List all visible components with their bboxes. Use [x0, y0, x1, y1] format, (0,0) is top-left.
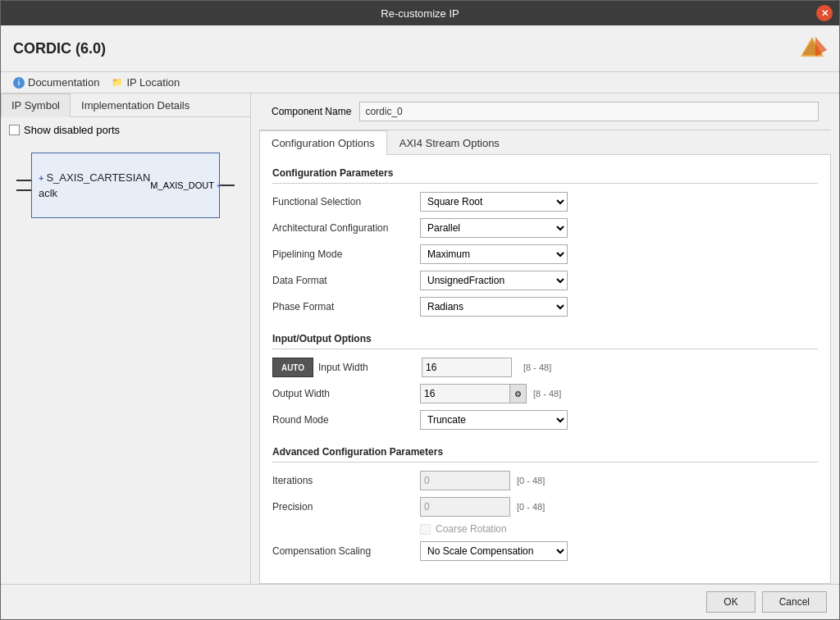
info-icon: i [13, 77, 25, 89]
tab-config-options[interactable]: Configuration Options [259, 130, 387, 155]
port-aclk: aclk [39, 187, 150, 199]
data-format-label: Data Format [272, 275, 420, 286]
round-mode-label: Round Mode [272, 414, 420, 426]
output-width-input[interactable] [420, 384, 510, 403]
coarse-rotation-checkbox[interactable] [420, 524, 431, 535]
compensation-scaling-row: Compensation Scaling No Scale Compensati… [272, 541, 818, 561]
round-mode-row: Round Mode Truncate Round [272, 410, 818, 430]
input-width-input[interactable] [422, 358, 512, 377]
io-options-section: Input/Output Options AUTO Input Width [8… [272, 333, 818, 430]
left-panel: IP Symbol Implementation Details Show di… [1, 93, 251, 584]
round-mode-dropdown[interactable]: Truncate Round [420, 410, 568, 430]
show-disabled-row: Show disabled ports [9, 124, 242, 136]
advanced-section: Advanced Configuration Parameters Iterat… [272, 446, 818, 561]
ip-block-left: + S_AXIS_CARTESIAN aclk [39, 171, 150, 199]
coarse-rotation-row: Coarse Rotation [420, 523, 818, 535]
functional-selection-row: Functional Selection Square Root Sin/Cos… [272, 192, 818, 212]
right-panel: Component Name Configuration Options AXI… [251, 93, 839, 584]
config-params-title: Configuration Parameters [272, 167, 818, 184]
architectural-config-row: Architectural Configuration Parallel Wor… [272, 218, 818, 238]
component-name-row: Component Name [259, 93, 831, 130]
tab-implementation-details[interactable]: Implementation Details [71, 93, 200, 116]
precision-range: [0 - 48] [517, 502, 545, 512]
pipelining-mode-dropdown[interactable]: Maximum Optimal No Pipelining [420, 244, 568, 264]
ip-block: + S_AXIS_CARTESIAN aclk M_AXIS_DOUT + [31, 153, 220, 218]
advanced-title: Advanced Configuration Parameters [272, 446, 818, 463]
titlebar: Re-customize IP ✕ [1, 1, 839, 25]
functional-selection-label: Functional Selection [272, 196, 420, 207]
documentation-label: Documentation [28, 76, 99, 89]
documentation-button[interactable]: i Documentation [13, 76, 99, 89]
tab-axi4-stream[interactable]: AXI4 Stream Options [387, 130, 512, 155]
pipelining-mode-label: Pipelining Mode [272, 248, 420, 260]
data-format-dropdown[interactable]: UnsignedFraction SignedFraction [420, 271, 568, 290]
main-content: IP Symbol Implementation Details Show di… [1, 93, 839, 584]
port-m-axis: M_AXIS_DOUT [150, 180, 214, 190]
output-width-control: ⚙ [420, 384, 527, 403]
location-icon: 📁 [112, 77, 123, 88]
phase-format-dropdown[interactable]: Radians Scaled Radians [420, 297, 568, 317]
tab-ip-symbol[interactable]: IP Symbol [1, 93, 71, 117]
ip-location-label: IP Location [126, 76, 180, 89]
auto-button[interactable]: AUTO [272, 358, 313, 377]
output-width-gear[interactable]: ⚙ [510, 384, 527, 403]
input-width-label: Input Width [318, 362, 417, 373]
precision-input[interactable] [420, 497, 510, 517]
ip-symbol-diagram: + S_AXIS_CARTESIAN aclk M_AXIS_DOUT + [9, 153, 242, 218]
dialog: Re-customize IP ✕ CORDIC (6.0) i Documen… [0, 0, 840, 620]
show-disabled-checkbox[interactable] [9, 125, 20, 135]
compensation-scaling-label: Compensation Scaling [272, 545, 420, 557]
phase-format-label: Phase Format [272, 301, 420, 312]
output-width-row: Output Width ⚙ [8 - 48] [272, 384, 818, 403]
port-s-axis: + S_AXIS_CARTESIAN [39, 171, 150, 184]
coarse-rotation-label: Coarse Rotation [436, 523, 507, 535]
config-tabs-row: Configuration Options AXI4 Stream Option… [259, 130, 831, 154]
dialog-title: Re-customize IP [381, 7, 459, 20]
show-disabled-label: Show disabled ports [24, 124, 120, 136]
ip-location-button[interactable]: 📁 IP Location [112, 76, 180, 89]
precision-label: Precision [272, 501, 420, 513]
precision-row: Precision [0 - 48] [272, 497, 818, 517]
app-header: CORDIC (6.0) [1, 25, 839, 72]
app-logo-icon [797, 34, 827, 63]
iterations-input[interactable] [420, 471, 510, 490]
component-name-label: Component Name [272, 106, 351, 117]
input-width-range: [8 - 48] [523, 362, 551, 372]
right-inner: Component Name Configuration Options AXI… [251, 93, 839, 584]
iterations-row: Iterations [0 - 48] [272, 471, 818, 490]
iterations-label: Iterations [272, 475, 420, 486]
left-panel-tabs: IP Symbol Implementation Details [1, 93, 250, 117]
footer: OK Cancel [1, 584, 839, 619]
data-format-row: Data Format UnsignedFraction SignedFract… [272, 271, 818, 290]
functional-selection-dropdown[interactable]: Square Root Sin/Cos Translate [420, 192, 568, 212]
output-width-range: [8 - 48] [533, 389, 561, 399]
cancel-button[interactable]: Cancel [762, 591, 827, 613]
ok-button[interactable]: OK [706, 591, 755, 613]
close-button[interactable]: ✕ [816, 5, 833, 21]
io-options-title: Input/Output Options [272, 333, 818, 349]
component-name-input[interactable] [359, 102, 819, 121]
iterations-range: [0 - 48] [517, 476, 545, 486]
config-params-section: Configuration Parameters Functional Sele… [272, 167, 818, 317]
toolbar: i Documentation 📁 IP Location [1, 72, 839, 93]
input-width-row: AUTO Input Width [8 - 48] [272, 358, 818, 377]
architectural-config-label: Architectural Configuration [272, 222, 420, 234]
compensation-scaling-dropdown[interactable]: No Scale Compensation CORDIC Scale [420, 541, 568, 561]
pipelining-mode-row: Pipelining Mode Maximum Optimal No Pipel… [272, 244, 818, 264]
phase-format-row: Phase Format Radians Scaled Radians [272, 297, 818, 317]
output-width-label: Output Width [272, 388, 420, 399]
app-title: CORDIC (6.0) [13, 40, 106, 57]
left-panel-content: Show disabled ports [1, 117, 250, 584]
config-content-area: Configuration Parameters Functional Sele… [259, 154, 831, 584]
architectural-config-dropdown[interactable]: Parallel Word Serial [420, 218, 568, 238]
